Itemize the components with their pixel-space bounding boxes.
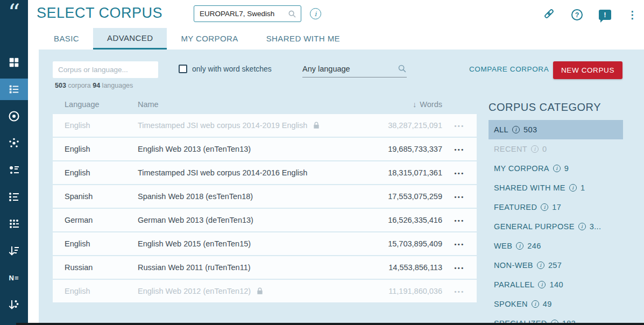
corpus-language: English	[53, 168, 138, 177]
category-label: NON-WEB	[494, 261, 533, 270]
help-icon[interactable]: ?	[571, 9, 583, 20]
info-icon: i	[569, 184, 577, 192]
feedback-icon[interactable]: !	[599, 10, 611, 20]
category-recent[interactable]: RECENT i 0	[489, 139, 623, 159]
category-label: GENERAL PURPOSE	[494, 222, 575, 231]
corpus-word-count: 16,526,335,416	[367, 216, 442, 224]
category-my-corpora[interactable]: MY CORPORA i 9	[489, 159, 623, 178]
category-count: 17	[552, 203, 561, 211]
corpus-word-count: 11,191,860,036	[367, 287, 442, 295]
category-web[interactable]: WEB i 246	[489, 236, 623, 256]
language-filter-input[interactable]	[302, 65, 398, 73]
column-header-language[interactable]: Language	[53, 100, 138, 109]
kebab-menu-icon[interactable]: ⋮	[627, 10, 638, 20]
category-parallel[interactable]: PARALLEL i 140	[489, 275, 623, 294]
category-general-purpose[interactable]: GENERAL PURPOSE i 3...	[489, 217, 623, 236]
table-row[interactable]: German German Web 2013 (deTenTen13) 16,5…	[53, 209, 477, 232]
corpus-language: English	[53, 239, 138, 248]
row-menu-button[interactable]: •••	[454, 265, 464, 271]
ngrams-icon[interactable]: N≡	[0, 267, 28, 288]
words-header-label: Words	[420, 100, 442, 109]
corpus-filter-input[interactable]	[53, 61, 158, 78]
tab-advanced[interactable]: ADVANCED	[93, 28, 167, 50]
languages-count: 94	[93, 82, 100, 89]
row-menu-button[interactable]: •••	[454, 170, 464, 176]
language-filter[interactable]	[302, 60, 407, 77]
category-count: 0	[542, 145, 547, 153]
row-menu-button[interactable]: •••	[454, 146, 464, 153]
corpus-name-text: Timestamped JSI web corpus 2014-2019 Eng…	[138, 121, 307, 130]
word-sketch-icon[interactable]	[0, 132, 28, 154]
category-featured[interactable]: FEATURED i 17	[489, 197, 623, 217]
tab-basic[interactable]: BASIC	[40, 28, 93, 50]
category-shared-with-me[interactable]: SHARED WITH ME i 1	[489, 178, 623, 197]
table-row[interactable]: English English Web 2013 (enTenTen13) 19…	[53, 138, 477, 161]
new-corpus-button[interactable]: NEW CORPUS	[553, 61, 622, 79]
corpus-name: Russian Web 2011 (ruTenTen11)	[138, 263, 367, 272]
tab-shared-with-me[interactable]: SHARED WITH ME	[252, 28, 354, 50]
corpus-word-count: 15,703,895,409	[367, 239, 442, 248]
category-label: ALL	[494, 125, 508, 134]
info-icon[interactable]: i	[310, 8, 321, 19]
corpus-name: Spanish Web 2018 (esTenTen18)	[138, 192, 367, 201]
corpus-language: Spanish	[53, 192, 138, 201]
category-non-web[interactable]: NON-WEB i 257	[489, 256, 623, 275]
corpus-table: Language Name ↓ Words English Timestampe…	[53, 95, 477, 303]
keywords-icon[interactable]	[0, 213, 28, 235]
row-menu-button[interactable]: •••	[454, 217, 464, 224]
info-icon: i	[516, 242, 523, 250]
corpora-count: 503	[55, 82, 66, 89]
info-icon: i	[532, 300, 539, 308]
link-icon[interactable]	[543, 8, 555, 22]
table-row[interactable]: English English Web 2015 (enTenTen15) 15…	[53, 232, 477, 256]
column-header-words[interactable]: ↓ Words	[367, 100, 442, 109]
category-label: SHARED WITH ME	[494, 183, 565, 192]
word-sketch-difference-icon[interactable]	[0, 186, 28, 208]
category-all[interactable]: ALL i 503	[489, 120, 623, 139]
info-icon: i	[537, 262, 544, 269]
corpus-word-count: 18,315,071,361	[367, 168, 442, 177]
corpus-category-panel: CORPUS CATEGORY ALL i 503 RECENT i 0 MY …	[489, 101, 644, 325]
category-label: SPOKEN	[494, 300, 528, 308]
row-menu-button[interactable]: •••	[454, 194, 464, 200]
wordlist-icon[interactable]	[0, 240, 28, 262]
corpus-language: English	[53, 121, 138, 130]
info-icon: i	[531, 145, 539, 153]
table-header-row: Language Name ↓ Words	[53, 95, 477, 114]
sketch-engine-logo[interactable]: “	[0, 2, 28, 20]
corpus-name: Timestamped JSI web corpus 2014-2016 Eng…	[138, 168, 367, 177]
sidebar: “	[0, 0, 28, 325]
category-count: 9	[564, 164, 569, 173]
tab-my-corpora[interactable]: MY CORPORA	[167, 28, 252, 50]
row-menu-button[interactable]: •••	[454, 123, 464, 129]
corpus-language: English	[53, 287, 138, 295]
corpus-language: German	[53, 216, 138, 224]
corpus-selection-icon[interactable]	[0, 79, 28, 100]
advanced-corpus-panel: only with word sketches COMPARE CORPORA …	[39, 50, 644, 325]
table-row[interactable]: English English Web 2012 (enTenTen12) 11…	[53, 280, 477, 303]
table-row[interactable]: English Timestamped JSI web corpus 2014-…	[53, 161, 477, 185]
window-bottom-edge	[16, 323, 644, 325]
word-sketches-filter[interactable]: only with word sketches	[179, 65, 272, 73]
thesaurus-icon[interactable]	[0, 159, 28, 181]
corpus-search-input[interactable]	[200, 10, 288, 18]
corpus-search-box[interactable]	[194, 5, 301, 22]
corpus-name-text: Russian Web 2011 (ruTenTen11)	[138, 263, 251, 272]
column-header-name[interactable]: Name	[138, 100, 367, 109]
table-row[interactable]: Russian Russian Web 2011 (ruTenTen11) 14…	[53, 256, 477, 280]
compare-corpora-button[interactable]: COMPARE CORPORA	[469, 65, 549, 73]
category-label: PARALLEL	[494, 280, 534, 289]
table-row[interactable]: Spanish Spanish Web 2018 (esTenTen18) 17…	[53, 185, 477, 209]
dashboard-icon[interactable]	[0, 52, 28, 73]
row-menu-button[interactable]: •••	[454, 288, 464, 295]
trends-icon[interactable]	[0, 294, 28, 315]
category-spoken[interactable]: SPOKEN i 49	[489, 294, 623, 314]
category-label: WEB	[494, 242, 512, 250]
table-row[interactable]: English Timestamped JSI web corpus 2014-…	[53, 114, 477, 138]
word-sketches-checkbox[interactable]	[179, 65, 187, 73]
row-menu-button[interactable]: •••	[454, 241, 464, 248]
page-header: SELECT CORPUS i ? ! ⋮	[28, 0, 644, 28]
corpus-category-title: CORPUS CATEGORY	[489, 101, 644, 114]
concordance-icon[interactable]	[0, 105, 28, 127]
corpus-name-text: English Web 2015 (enTenTen15)	[138, 239, 251, 248]
